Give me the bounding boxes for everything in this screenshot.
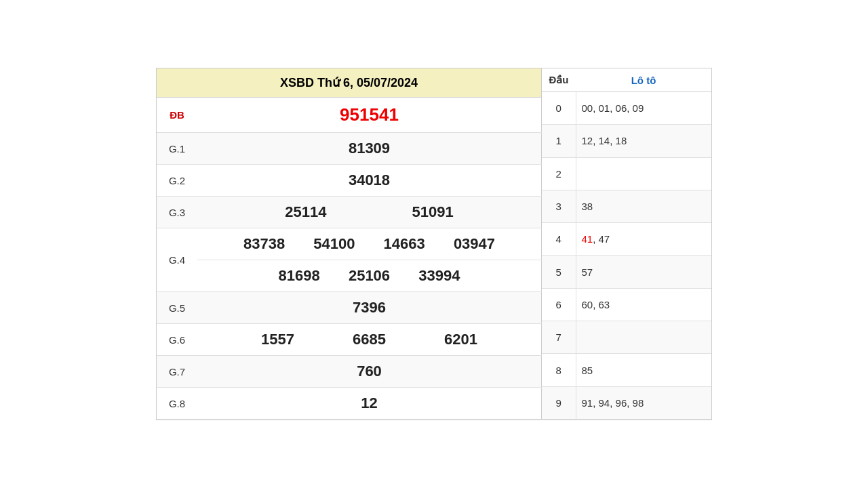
loto-row: 3 38 [542,190,711,222]
table-row: 81698 25106 33994 [157,260,542,292]
prize-label: G.4 [157,228,197,292]
table-row: ĐB 951541 [157,98,542,133]
loto-dau: 1 [542,125,576,157]
table-row: G.2 34018 [157,165,542,197]
loto-dau: 0 [542,92,576,125]
prize-label: G.2 [157,165,197,197]
loto-dau: 8 [542,354,576,386]
loto-row: 8 85 [542,354,711,386]
loto-nums: 91, 94, 96, 98 [576,386,711,419]
loto-table: Đầu Lô tô 0 00, 01, 06, 09 1 12, 14, 18 … [542,68,711,420]
prize-values: 81698 25106 33994 [197,260,542,292]
prize-value: 951541 [197,98,542,133]
loto-nums: 38 [576,190,711,222]
loto-nums [576,157,711,190]
prize-value: 7396 [197,292,542,324]
loto-dau: 4 [542,223,576,256]
dau-header: Đầu [542,68,576,92]
prize-values: 25114 51091 [197,197,542,228]
loto-row: 7 [542,321,711,354]
table-row: G.8 12 [157,388,542,420]
prize-label: G.6 [157,324,197,356]
table-row: G.7 760 [157,356,542,388]
loto-row: 9 91, 94, 96, 98 [542,386,711,419]
results-table: XSBD Thứ 6, 05/07/2024 ĐB 951541 G.1 813… [157,68,542,420]
loto-dau: 2 [542,157,576,190]
prize-label: G.3 [157,197,197,228]
loto-row: 0 00, 01, 06, 09 [542,92,711,125]
loto-nums [576,321,711,354]
prize-label: G.1 [157,133,197,165]
loto-header: Lô tô [576,68,711,92]
prize-label: G.5 [157,292,197,324]
loto-dau: 7 [542,321,576,354]
table-row: G.5 7396 [157,292,542,324]
prize-value: 12 [197,388,542,420]
prize-value: 34018 [197,165,542,197]
table-row: G.1 81309 [157,133,542,165]
loto-row: 1 12, 14, 18 [542,125,711,157]
loto-nums: 00, 01, 06, 09 [576,92,711,125]
prize-label: ĐB [157,98,197,133]
loto-dau: 6 [542,288,576,321]
loto-row: 6 60, 63 [542,288,711,321]
prize-values: 83738 54100 14663 03947 [197,228,542,260]
loto-row: 5 57 [542,256,711,288]
loto-nums: 85 [576,354,711,386]
prize-label: G.8 [157,388,197,420]
loto-nums: 12, 14, 18 [576,125,711,157]
loto-dau: 9 [542,386,576,419]
prize-label: G.7 [157,356,197,388]
table-row: G.4 83738 54100 14663 03947 [157,228,542,260]
loto-row: 4 41, 47 [542,223,711,256]
loto-nums: 60, 63 [576,288,711,321]
prize-value: 81309 [197,133,542,165]
loto-nums: 41, 47 [576,223,711,256]
table-title: XSBD Thứ 6, 05/07/2024 [157,68,542,98]
loto-dau: 5 [542,256,576,288]
loto-dau: 3 [542,190,576,222]
main-container: XSBD Thứ 6, 05/07/2024 ĐB 951541 G.1 813… [156,68,712,420]
prize-value: 760 [197,356,542,388]
table-row: G.6 1557 6685 6201 [157,324,542,356]
table-row: G.3 25114 51091 [157,197,542,228]
loto-nums: 57 [576,256,711,288]
prize-values: 1557 6685 6201 [197,324,542,356]
loto-row: 2 [542,157,711,190]
